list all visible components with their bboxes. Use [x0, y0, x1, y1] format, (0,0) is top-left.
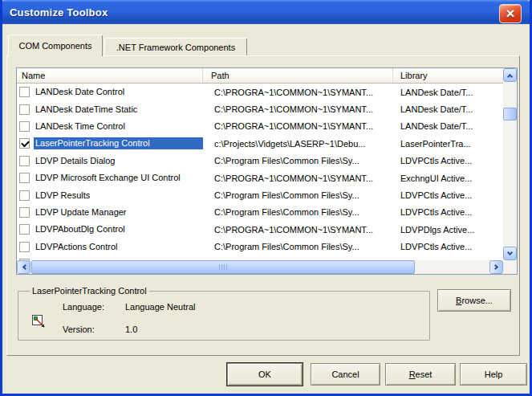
component-name[interactable]: LDVP Update Manager — [34, 206, 203, 218]
component-path: C:\PROGRA~1\COMMON~1\SYMANT... — [203, 88, 393, 97]
component-path: C:\Program Files\Common Files\Sy... — [203, 156, 393, 165]
vertical-scrollbar[interactable] — [503, 68, 517, 260]
component-library: LANDesk Date/T... — [393, 88, 503, 97]
horizontal-scroll-thumb[interactable] — [31, 260, 415, 274]
component-library: LANDesk Date/T... — [393, 104, 503, 114]
component-checkbox[interactable] — [19, 190, 30, 201]
component-library: ExchngUI Active... — [393, 174, 503, 183]
component-checkbox[interactable] — [19, 173, 30, 183]
chevron-left-icon — [22, 264, 27, 270]
component-library: LDVPCtls Active... — [393, 242, 503, 251]
component-checkbox[interactable] — [19, 207, 30, 218]
component-path: C:\Program Files\Common Files\Sy... — [203, 190, 393, 200]
version-value: 1.0 — [125, 325, 137, 334]
table-row[interactable]: LDVP Update Manager C:\Program Files\Com… — [17, 204, 503, 221]
component-library: LDVPDlgs Active... — [393, 225, 503, 235]
component-name[interactable]: LaserPointerTracking Control — [34, 137, 203, 149]
table-row[interactable]: LANDesk DateTime Static C:\PROGRA~1\COMM… — [17, 100, 503, 117]
component-path: C:\PROGRA~1\COMMON~1\SYMANT... — [203, 104, 393, 114]
component-name[interactable]: LANDesk Date Control — [34, 86, 203, 98]
selected-component-details-group: LaserPointerTracking Control Language: L… — [18, 291, 430, 341]
component-name[interactable]: LDVPActions Control — [34, 241, 203, 253]
language-label: Language: — [63, 302, 104, 312]
component-checkbox[interactable] — [19, 224, 30, 235]
component-checkbox[interactable] — [19, 156, 30, 166]
list-rows: LANDesk Date Control C:\PROGRA~1\COMMON~… — [17, 84, 503, 260]
component-name[interactable]: LDVPAboutDlg Control — [34, 223, 203, 235]
component-path: C:\Program Files\Common Files\Sy... — [203, 242, 393, 251]
column-header-path[interactable]: Path — [203, 68, 393, 83]
browse-button[interactable]: Browse... — [437, 289, 511, 312]
table-row[interactable]: LaserPointerTracking Control c:\Projects… — [17, 135, 503, 152]
name-cell: LDVP Results — [17, 186, 203, 203]
list-header: Name Path Library — [17, 68, 503, 84]
component-library: LDVPCtls Active... — [393, 207, 503, 217]
scroll-right-button[interactable] — [489, 260, 503, 274]
chevron-up-icon — [507, 73, 513, 79]
component-checkbox[interactable] — [19, 242, 30, 252]
table-row[interactable]: LDVP Results C:\Program Files\Common Fil… — [17, 186, 503, 203]
table-row[interactable]: LANDesk Date Control C:\PROGRA~1\COMMON~… — [17, 84, 503, 100]
scroll-down-button[interactable] — [503, 247, 517, 260]
table-row[interactable]: LDVPActions Control C:\Program Files\Com… — [17, 239, 503, 255]
close-button[interactable]: × — [499, 4, 522, 23]
table-row[interactable]: LDVP Details Dialog C:\Program Files\Com… — [17, 153, 503, 169]
title-bar[interactable]: Customize Toolbox × — [0, 0, 532, 24]
version-label: Version: — [63, 325, 95, 334]
component-checkbox[interactable] — [19, 121, 30, 132]
help-button[interactable]: Help — [460, 363, 527, 386]
component-library: LDVPCtls Active... — [393, 156, 503, 165]
table-row[interactable]: LDVPAboutDlg Control C:\PROGRA~1\COMMON~… — [17, 221, 503, 238]
group-title: LaserPointerTracking Control — [30, 286, 149, 296]
name-cell: LDVPAboutDlg Control — [17, 221, 203, 238]
component-checkbox[interactable] — [19, 138, 30, 149]
component-name[interactable]: LANDesk DateTime Static — [34, 104, 203, 116]
component-library: LDVPCtls Active... — [393, 190, 503, 200]
reset-button[interactable]: Reset — [385, 363, 456, 386]
close-icon: × — [506, 6, 514, 21]
tab-dotnet-framework-components[interactable]: .NET Framework Components — [104, 38, 247, 55]
component-library: LaserPointerTra... — [393, 139, 503, 149]
table-row[interactable]: LANDesk Time Control C:\PROGRA~1\COMMON~… — [17, 118, 503, 135]
name-cell: LANDesk DateTime Static — [17, 100, 203, 117]
component-name[interactable]: LDVP Details Dialog — [34, 155, 203, 167]
chevron-down-icon — [507, 250, 513, 255]
name-cell: LANDesk Date Control — [17, 84, 203, 100]
name-cell: LDVPActions Control — [17, 239, 203, 255]
window-title: Customize Toolbox — [0, 6, 108, 18]
column-header-library[interactable]: Library — [393, 68, 503, 83]
components-list: Name Path Library LANDesk Date Control C… — [16, 67, 518, 275]
scrollbar-corner — [503, 260, 517, 274]
component-pointer-icon — [31, 314, 46, 329]
language-value: Language Neutral — [125, 302, 195, 312]
tab-com-components[interactable]: COM Components — [8, 35, 103, 56]
ok-button[interactable]: OK — [227, 363, 303, 386]
component-path: C:\PROGRA~1\COMMON~1\SYMANT... — [203, 225, 393, 235]
component-library: LANDesk Date/T... — [393, 121, 503, 131]
component-name[interactable]: LDVP Microsoft Exchange UI Control — [34, 172, 203, 184]
component-name[interactable]: LDVP Results — [34, 190, 203, 202]
component-path: C:\Program Files\Common Files\Sy... — [203, 207, 393, 217]
name-cell: LaserPointerTracking Control — [17, 135, 203, 152]
name-cell: LDVP Details Dialog — [17, 153, 203, 169]
component-checkbox[interactable] — [19, 104, 30, 115]
component-path: C:\PROGRA~1\COMMON~1\SYMANT... — [203, 121, 393, 131]
name-cell: LANDesk Time Control — [17, 118, 203, 135]
chevron-right-icon — [493, 264, 498, 270]
column-header-name[interactable]: Name — [17, 68, 203, 83]
scroll-up-button[interactable] — [503, 68, 517, 82]
name-cell: LDVP Update Manager — [17, 204, 203, 221]
component-name[interactable]: LANDesk Time Control — [34, 120, 203, 133]
cancel-button[interactable]: Cancel — [311, 363, 380, 386]
name-cell: LDVP Microsoft Exchange UI Control — [17, 169, 203, 186]
component-checkbox[interactable] — [19, 87, 30, 97]
horizontal-scrollbar[interactable] — [17, 260, 503, 274]
customize-toolbox-dialog: Customize Toolbox × COM Components .NET … — [0, 0, 532, 396]
table-row[interactable]: LDVP Microsoft Exchange UI Control C:\PR… — [17, 169, 503, 186]
component-path: c:\Projects\Vidgets\LASERP~1\Debu... — [203, 139, 393, 149]
component-path: C:\PROGRA~1\COMMON~1\SYMANT... — [203, 174, 393, 183]
scroll-left-button[interactable] — [17, 260, 30, 274]
vertical-scroll-thumb[interactable] — [503, 108, 517, 120]
